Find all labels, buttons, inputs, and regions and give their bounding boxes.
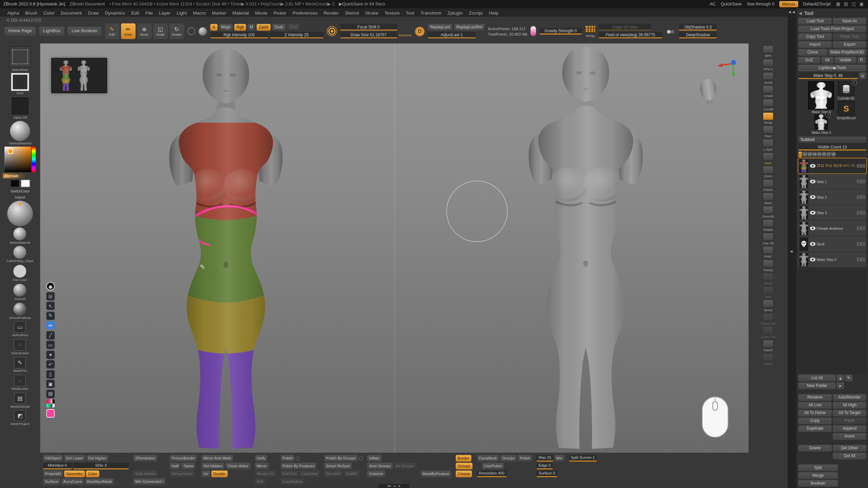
merge-button[interactable]: Merge <box>798 472 837 479</box>
button[interactable]: MidValue 0 <box>43 463 72 470</box>
divider-handle-icon[interactable]: ◀ <box>790 249 793 253</box>
draw-size-slider[interactable]: Draw Size 51.18757 <box>340 32 397 39</box>
overlay-tool-icon[interactable]: ◎ <box>46 292 55 300</box>
paint-mode-button[interactable]: Zcut <box>287 24 299 31</box>
menu-item[interactable]: Light <box>174 9 190 16</box>
replay-last-rel-button[interactable]: ReplayLastRel <box>454 24 485 31</box>
button[interactable]: V1 <box>798 151 802 157</box>
button[interactable]: Same <box>181 463 195 470</box>
right-shelf-button[interactable]: Scroll <box>763 72 774 84</box>
menu-item[interactable]: Dynamics <box>102 9 128 16</box>
active-color-swatch[interactable] <box>46 409 55 418</box>
menu-item[interactable]: Preferences <box>290 9 320 16</box>
button[interactable]: Split Hidden <box>133 471 158 477</box>
right-shelf-button[interactable]: Xpose <box>763 299 774 311</box>
button[interactable]: Paste <box>833 418 866 424</box>
boolean-button[interactable]: Boolean <box>798 480 837 487</box>
mode-button[interactable]: ✏ Draw <box>121 23 135 39</box>
replay-last-button[interactable]: ReplayLast <box>428 24 452 31</box>
menu-item[interactable]: File <box>143 9 156 16</box>
switch-color-button[interactable]: SwitchColor <box>9 188 32 193</box>
subtool-action-icons[interactable] <box>856 180 865 184</box>
list-all-button[interactable]: List All <box>798 375 835 382</box>
replay-icon[interactable]: D <box>415 26 425 36</box>
material-item[interactable]: Smooth <box>14 284 26 301</box>
overlay-tool-icon[interactable]: ↖ <box>46 302 55 310</box>
button[interactable]: Clone <box>798 49 827 56</box>
mode-button[interactable]: ⊕ Move <box>137 23 152 39</box>
button[interactable]: Groups <box>500 455 517 462</box>
startup-material-sphere-icon[interactable] <box>10 121 30 141</box>
button[interactable]: Del Higher <box>86 455 108 462</box>
button[interactable]: Auto Groups <box>367 463 393 470</box>
subtool-action-icons[interactable] <box>856 211 865 215</box>
button[interactable]: Del Lower <box>64 455 85 462</box>
titlebar-control[interactable]: See-through 0 <box>747 2 774 7</box>
obj-shadow-slider[interactable]: ObjShadow 0.3 <box>679 24 717 31</box>
titlebar-control[interactable]: QuickSave <box>721 2 742 7</box>
visibility-eye-icon[interactable] <box>810 180 815 184</box>
folder-options-icon[interactable]: ▸ <box>837 383 844 389</box>
brush-item[interactable]: ◌ MaskLasso <box>12 374 28 391</box>
button[interactable]: ProjectAll <box>43 471 63 477</box>
button[interactable]: Delete <box>798 445 832 452</box>
button[interactable]: ZRemesher <box>133 455 157 462</box>
subtool-item[interactable]: Skull <box>798 237 866 251</box>
right-shelf-button[interactable]: Actual <box>763 85 774 98</box>
right-shelf-button[interactable]: Qxyz <box>763 152 774 164</box>
interface-layout-icon[interactable]: ◫ <box>851 2 857 7</box>
main-color-swatch[interactable] <box>10 179 20 187</box>
current-material-sphere[interactable] <box>7 201 33 226</box>
menu-item[interactable]: Color <box>41 9 57 16</box>
active-tool-thumbnail[interactable] <box>809 81 834 109</box>
recent-tool-thumbnail[interactable]: 7 <box>815 114 828 130</box>
rgb-intensity-slider[interactable]: Rgb Intensity 100 <box>210 32 268 39</box>
titlebar-control[interactable]: AC <box>710 2 716 7</box>
field-of-view-slider[interactable]: Field of view(deg) 39.59775 <box>599 32 663 39</box>
button[interactable]: LazyStep <box>300 471 320 477</box>
menu-item[interactable]: Draw <box>85 9 101 16</box>
subtool-item[interactable]: Step 3 <box>798 205 866 220</box>
right-shelf-button[interactable]: Zoom3D <box>762 206 774 218</box>
collapse-arrow-icon[interactable]: ◀ <box>792 10 795 15</box>
menu-item[interactable]: Macro <box>190 9 209 16</box>
visibility-eye-icon[interactable] <box>810 211 815 215</box>
menu-item[interactable]: Movie <box>252 9 270 16</box>
button[interactable]: All To Home <box>798 410 832 416</box>
subtool-action-icons[interactable] <box>856 226 865 230</box>
button[interactable]: Surface 0 <box>537 471 557 477</box>
adjust-last-slider[interactable]: AdjustLast 1 <box>428 32 476 39</box>
button[interactable]: Morph UV <box>255 471 276 477</box>
button[interactable]: All <box>821 57 833 64</box>
right-shelf-button[interactable]: L.Sym <box>763 139 774 151</box>
dynamic-toggle[interactable]: Dynamic <box>399 34 412 37</box>
import-texture-button[interactable]: Import <box>13 194 27 199</box>
menu-item[interactable]: Alpha <box>4 9 22 16</box>
shadow-heads-icon[interactable]: ☻☻ <box>666 28 676 34</box>
selectrect-stroke-icon[interactable] <box>9 46 31 68</box>
button[interactable]: Uv Groups <box>394 463 416 470</box>
button[interactable]: V5 <box>817 151 821 157</box>
subtool-item[interactable]: Step 1 <box>798 174 866 189</box>
button[interactable]: Visible <box>834 57 856 64</box>
button[interactable]: Color <box>86 471 99 477</box>
button[interactable]: Insert <box>833 433 866 440</box>
overlay-tool-icon[interactable]: ▭ <box>46 341 55 349</box>
button[interactable]: Crease <box>456 471 472 477</box>
menu-item[interactable]: Tool <box>403 9 417 16</box>
overlay-tool-icon[interactable]: ╱ <box>46 331 55 339</box>
button[interactable]: Resolution 400 <box>477 471 506 477</box>
right-shelf-button[interactable]: Import <box>763 340 774 352</box>
overlay-tool-icon[interactable]: ▣ <box>46 380 55 388</box>
material-item[interactable]: SmoothValleys <box>9 303 31 320</box>
right-shelf-button[interactable]: Zoom <box>763 166 774 178</box>
button[interactable]: Paste Tool <box>833 34 866 40</box>
angle-of-view-slider[interactable]: Angle Of View <box>599 24 651 31</box>
mode-button[interactable]: ✎ Edit <box>105 23 119 39</box>
button[interactable]: Roll <box>255 479 265 485</box>
button[interactable]: V7 <box>827 151 831 157</box>
menu-item[interactable]: Stencil <box>342 9 361 16</box>
overlay-tool-icon[interactable]: ▤ <box>46 389 55 398</box>
visible-count-slider[interactable]: Visible Count 13 <box>798 144 866 150</box>
button[interactable]: Inflate <box>367 455 381 462</box>
